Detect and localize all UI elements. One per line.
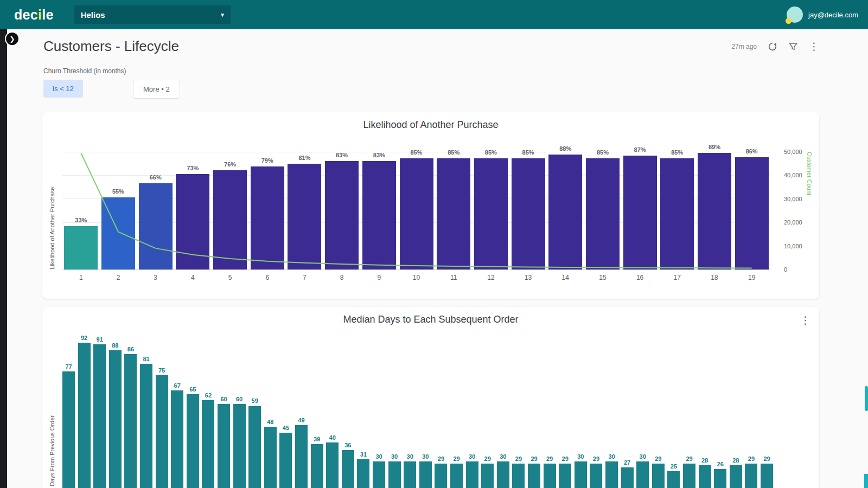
median-days-bar[interactable] — [745, 464, 757, 488]
likelihood-bar[interactable] — [400, 158, 433, 269]
right-axis-tick: 20,000 — [784, 219, 802, 226]
median-days-bar[interactable] — [78, 343, 91, 488]
last-updated: 27m ago — [731, 43, 757, 50]
app-header: decile Helios ▾ jay@decile.com — [0, 0, 868, 29]
churn-threshold-label: Churn Threshold (in months) — [43, 67, 126, 75]
median-days-bar[interactable] — [218, 404, 230, 488]
likelihood-bar[interactable] — [548, 155, 582, 269]
page-menu-button[interactable]: ⋮ — [809, 40, 819, 53]
likelihood-bar[interactable] — [213, 170, 247, 269]
likelihood-plot: 010,00020,00030,00040,00050,00033%155%26… — [62, 152, 770, 269]
median-days-bar[interactable] — [481, 464, 494, 488]
avatar[interactable] — [787, 7, 803, 23]
median-days-bar[interactable] — [667, 471, 680, 488]
median-days-bar[interactable] — [62, 371, 75, 488]
median-days-bar[interactable] — [466, 461, 478, 488]
median-days-bar[interactable] — [575, 461, 587, 488]
likelihood-bar[interactable] — [586, 158, 620, 269]
bar-value-label: 28 — [728, 457, 744, 464]
median-days-bar[interactable] — [140, 364, 152, 488]
x-axis-tick: 6 — [248, 274, 286, 281]
likelihood-bar[interactable] — [139, 183, 173, 269]
likelihood-bar[interactable] — [698, 153, 731, 269]
likelihood-bar[interactable] — [325, 161, 359, 269]
median-days-bar[interactable] — [279, 433, 292, 488]
likelihood-bar[interactable] — [512, 158, 545, 269]
likelihood-bar[interactable] — [176, 174, 209, 269]
likelihood-bar[interactable] — [101, 197, 135, 269]
likelihood-bar[interactable] — [64, 226, 98, 269]
median-days-bar[interactable] — [450, 464, 463, 488]
median-days-bar[interactable] — [528, 464, 540, 488]
median-days-bar[interactable] — [233, 404, 246, 488]
x-axis-tick: 10 — [398, 274, 435, 281]
likelihood-bar[interactable] — [251, 166, 284, 269]
likelihood-bar[interactable] — [735, 157, 769, 269]
likelihood-bar[interactable] — [474, 158, 508, 269]
median-days-bar[interactable] — [124, 354, 137, 488]
more-filters-button[interactable]: More • 2 — [133, 80, 180, 99]
median-days-bar[interactable] — [93, 344, 106, 488]
median-days-bar[interactable] — [419, 461, 432, 488]
median-days-bar[interactable] — [636, 461, 649, 488]
likelihood-bar[interactable] — [362, 161, 396, 269]
filter-icon — [788, 42, 798, 52]
median-days-bar[interactable] — [171, 390, 183, 488]
likelihood-bar[interactable] — [623, 156, 657, 269]
median-days-bar[interactable] — [264, 427, 277, 488]
median-days-bar[interactable] — [404, 461, 416, 488]
bar-value-label: 73% — [174, 165, 212, 171]
median-days-bar[interactable] — [156, 375, 168, 488]
median-days-bar[interactable] — [388, 461, 401, 488]
median-days-bar[interactable] — [373, 461, 385, 488]
bar-value-label: 85% — [473, 149, 510, 156]
filter-button[interactable] — [788, 42, 798, 52]
median-days-bar[interactable] — [699, 465, 711, 488]
likelihood-bar[interactable] — [660, 158, 694, 269]
bar-value-label: 29 — [588, 455, 604, 462]
bar-value-label: 29 — [743, 455, 759, 462]
median-days-bar[interactable] — [559, 464, 571, 488]
x-axis-tick: 18 — [696, 274, 733, 281]
sidebar-expand-button[interactable]: ❯ — [5, 31, 20, 46]
median-days-bar[interactable] — [512, 464, 525, 488]
median-days-bar[interactable] — [730, 465, 742, 488]
customer-count-axis-label: Customer Count — [806, 152, 813, 269]
median-days-menu-button[interactable]: ⋮ — [800, 314, 810, 326]
bar-value-label: 29 — [480, 455, 495, 462]
x-axis-tick: 11 — [435, 274, 473, 281]
median-days-bar[interactable] — [605, 461, 618, 488]
median-days-bar[interactable] — [248, 406, 261, 488]
likelihood-bar[interactable] — [288, 164, 321, 269]
median-days-bar[interactable] — [342, 450, 354, 488]
chat-widget-edge[interactable] — [864, 474, 868, 488]
median-days-bar[interactable] — [109, 350, 122, 488]
bar-value-label: 29 — [557, 455, 573, 462]
median-days-plot: 7792918886817567656260605948454939403631… — [62, 337, 784, 488]
median-days-bar[interactable] — [187, 394, 199, 488]
bar-value-label: 30 — [371, 453, 387, 460]
scrollbar-thumb[interactable] — [865, 386, 868, 411]
median-days-bar[interactable] — [326, 442, 339, 488]
median-days-bar[interactable] — [295, 425, 308, 488]
bar-value-label: 48 — [263, 419, 278, 425]
churn-threshold-chip[interactable]: is < 12 — [43, 80, 83, 98]
bar-value-label: 89% — [696, 144, 733, 150]
median-days-bar[interactable] — [714, 469, 726, 488]
median-days-bar[interactable] — [761, 464, 773, 488]
bar-value-label: 83% — [360, 152, 398, 158]
median-days-bar[interactable] — [311, 444, 323, 488]
workspace-selector[interactable]: Helios ▾ — [74, 5, 231, 24]
median-days-bar[interactable] — [435, 464, 447, 488]
median-days-bar[interactable] — [683, 464, 695, 488]
median-days-bar[interactable] — [202, 400, 214, 488]
median-days-bar[interactable] — [497, 461, 509, 488]
likelihood-bar[interactable] — [437, 158, 470, 269]
median-days-bar[interactable] — [544, 464, 556, 488]
median-days-bar[interactable] — [652, 464, 665, 488]
refresh-button[interactable] — [768, 42, 777, 52]
median-days-bar[interactable] — [590, 464, 602, 488]
bar-value-label: 26 — [712, 461, 728, 467]
median-days-bar[interactable] — [621, 467, 634, 488]
median-days-bar[interactable] — [357, 459, 369, 488]
